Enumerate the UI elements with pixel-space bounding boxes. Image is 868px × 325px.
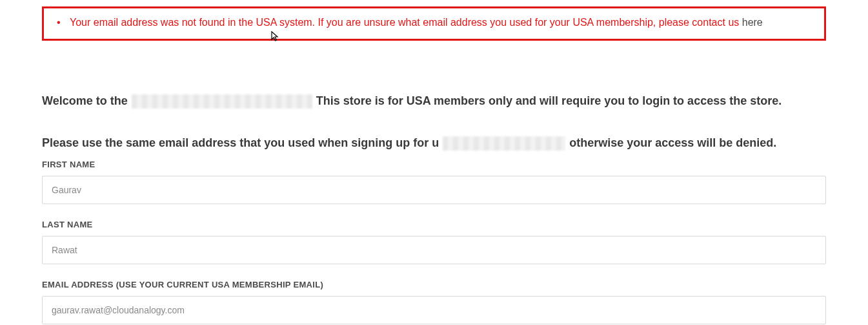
contact-us-link[interactable]: here <box>742 17 763 28</box>
welcome-text-part-a: Welcome to the <box>42 92 128 110</box>
last-name-input[interactable] <box>42 236 826 264</box>
first-name-label: FIRST NAME <box>42 160 826 169</box>
welcome-text-part-b: This store is for USA members only and w… <box>316 92 782 110</box>
email-input[interactable] <box>42 296 826 324</box>
error-message-item: Your email address was not found in the … <box>60 14 814 31</box>
welcome-text2-part-a: Please use the same email address that y… <box>42 134 439 152</box>
first-name-input[interactable] <box>42 176 826 204</box>
last-name-label: LAST NAME <box>42 220 826 229</box>
email-label: EMAIL ADDRESS (USE YOUR CURRENT USA MEMB… <box>42 280 826 289</box>
redacted-program-name <box>443 136 565 151</box>
welcome-text-line-2: Please use the same email address that y… <box>42 134 826 152</box>
error-alert-box: Your email address was not found in the … <box>42 6 826 41</box>
welcome-text2-part-b: otherwise your access will be denied. <box>569 134 776 152</box>
redacted-store-name <box>132 94 312 109</box>
error-message-text: Your email address was not found in the … <box>70 17 742 28</box>
welcome-text-line-1: Welcome to the This store is for USA mem… <box>42 92 826 110</box>
